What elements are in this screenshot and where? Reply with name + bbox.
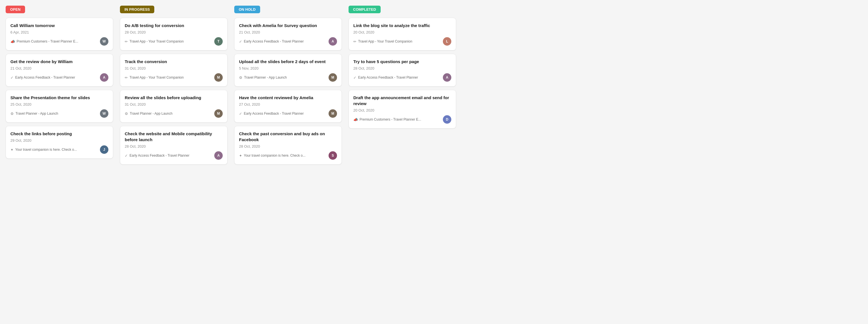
avatar: S [329, 151, 337, 160]
task-card[interactable]: Share the Presentation theme for slides2… [6, 90, 113, 123]
project-icon: ✓ [125, 153, 128, 158]
project-name: Early Access Feedback - Travel Planner [244, 39, 304, 43]
task-card[interactable]: Do A/B testing for conversion28 Oct, 202… [120, 18, 227, 51]
card-title: Draft the app announcement email and sen… [353, 95, 451, 107]
card-project: 📣Premium Customers - Travel Planner E... [353, 117, 443, 122]
card-project: 📣Premium Customers - Travel Planner E... [10, 39, 100, 44]
project-name: Early Access Feedback - Travel Planner [244, 112, 304, 116]
card-footer: ✦Your travel companion is here. Check o.… [10, 145, 108, 154]
card-footer: 📣Premium Customers - Travel Planner E...… [353, 115, 451, 124]
task-card[interactable]: Draft the app announcement email and sen… [348, 90, 456, 128]
card-title: Call William tomorrow [10, 23, 108, 28]
project-icon: ✏ [125, 76, 128, 80]
card-title: Check the past conversion and buy ads on… [239, 131, 337, 143]
card-project: ✓Early Access Feedback - Travel Planner [10, 76, 100, 80]
avatar: L [443, 37, 451, 46]
project-icon: ⚙ [10, 112, 14, 116]
column-header-in-progress: IN PROGRESS [120, 6, 154, 13]
project-icon: ⚙ [125, 112, 128, 116]
avatar: M [214, 73, 223, 82]
task-card[interactable]: Check the past conversion and buy ads on… [234, 126, 342, 165]
card-footer: ✓Early Access Feedback - Travel PlannerA [239, 37, 337, 46]
project-icon: 📣 [353, 117, 358, 122]
card-title: Share the Presentation theme for slides [10, 95, 108, 100]
card-footer: ✏Travel App - Your Travel CompanionT [125, 37, 223, 46]
card-project: ⚙Travel Planner - App Launch [125, 112, 214, 116]
card-footer: ✓Early Access Feedback - Travel PlannerA [353, 73, 451, 82]
project-name: Early Access Feedback - Travel Planner [358, 76, 418, 80]
card-project: ✓Early Access Feedback - Travel Planner [125, 153, 214, 158]
project-icon: ✦ [239, 153, 242, 158]
card-footer: ✏Travel App - Your Travel CompanionL [353, 37, 451, 46]
card-footer: ✦Your travel companion is here. Check o.… [239, 151, 337, 160]
column-header-completed: COMPLETED [348, 6, 381, 13]
project-icon: ✓ [239, 39, 242, 44]
card-date: 27 Oct, 2020 [239, 102, 337, 107]
project-icon: 📣 [10, 39, 15, 44]
card-date: 29 Oct, 2020 [10, 138, 108, 143]
card-title: Get the review done by William [10, 59, 108, 64]
project-icon: ✓ [239, 112, 242, 116]
task-card[interactable]: Review all the slides before uploading31… [120, 90, 227, 123]
project-name: Premium Customers - Travel Planner E... [360, 117, 421, 121]
card-title: Check with Amelia for Survey question [239, 23, 337, 28]
task-card[interactable]: Try to have 5 questions per page28 Oct, … [348, 54, 456, 87]
card-project: ✏Travel App - Your Travel Companion [125, 76, 214, 80]
project-name: Early Access Feedback - Travel Planner [15, 76, 75, 80]
card-footer: ⚙Travel Planner - App LaunchM [125, 109, 223, 118]
project-icon: ✓ [353, 76, 356, 80]
task-card[interactable]: Upload all the slides before 2 days of e… [234, 54, 342, 87]
avatar: W [100, 37, 108, 46]
project-name: Travel Planner - App Launch [130, 112, 173, 116]
card-project: ✓Early Access Feedback - Travel Planner [353, 76, 443, 80]
task-card[interactable]: Have the content reviewed by Amelia27 Oc… [234, 90, 342, 123]
column-on-hold: ON HOLDCheck with Amelia for Survey ques… [234, 6, 342, 168]
avatar: A [214, 151, 223, 160]
card-title: Link the blog site to analyze the traffi… [353, 23, 451, 28]
card-date: 6 Apr, 2021 [10, 30, 108, 34]
project-icon: ✓ [10, 76, 13, 80]
card-date: 5 Nov, 2020 [239, 66, 337, 70]
task-card[interactable]: Check the links before posting29 Oct, 20… [6, 126, 113, 158]
card-footer: ⚙Travel Planner - App LaunchM [239, 73, 337, 82]
card-project: ✏Travel App - Your Travel Companion [125, 39, 214, 44]
card-footer: ⚙Travel Planner - App LaunchW [10, 109, 108, 118]
card-title: Review all the slides before uploading [125, 95, 223, 100]
card-date: 20 Oct, 2020 [353, 108, 451, 112]
project-name: Travel Planner - App Launch [16, 112, 58, 116]
task-card[interactable]: Call William tomorrow6 Apr, 2021📣Premium… [6, 18, 113, 51]
project-icon: ✏ [353, 39, 356, 44]
card-date: 21 Oct, 2020 [10, 66, 108, 70]
avatar: M [329, 73, 337, 82]
column-in-progress: IN PROGRESSDo A/B testing for conversion… [120, 6, 227, 168]
card-project: ⚙Travel Planner - App Launch [239, 76, 329, 80]
project-name: Your travel companion is here. Check o..… [244, 153, 306, 157]
project-name: Travel App - Your Travel Companion [358, 39, 412, 43]
card-title: Upload all the slides before 2 days of e… [239, 59, 337, 64]
column-header-open: OPEN [6, 6, 25, 13]
project-icon: ✏ [125, 39, 128, 44]
card-date: 28 Oct, 2020 [353, 66, 451, 70]
card-project: ✦Your travel companion is here. Check o.… [10, 148, 100, 152]
project-name: Travel App - Your Travel Companion [129, 39, 184, 43]
card-date: 28 Oct, 2020 [239, 144, 337, 148]
card-title: Have the content reviewed by Amelia [239, 95, 337, 100]
task-card[interactable]: Link the blog site to analyze the traffi… [348, 18, 456, 51]
card-footer: ✓Early Access Feedback - Travel PlannerA [10, 73, 108, 82]
avatar: T [214, 37, 223, 46]
task-card[interactable]: Get the review done by William21 Oct, 20… [6, 54, 113, 87]
project-name: Your travel companion is here. Check o..… [15, 148, 77, 152]
card-project: ⚙Travel Planner - App Launch [10, 112, 100, 116]
project-name: Travel App - Your Travel Companion [129, 76, 184, 80]
column-header-on-hold: ON HOLD [234, 6, 260, 13]
card-footer: ✏Travel App - Your Travel CompanionM [125, 73, 223, 82]
avatar: W [100, 109, 108, 118]
task-card[interactable]: Check with Amelia for Survey question21 … [234, 18, 342, 51]
card-title: Try to have 5 questions per page [353, 59, 451, 64]
task-card[interactable]: Check the website and Mobile compatibili… [120, 126, 227, 165]
card-date: 28 Oct, 2020 [125, 30, 223, 34]
project-name: Premium Customers - Travel Planner E... [17, 39, 78, 43]
project-icon: ✦ [10, 148, 13, 152]
task-card[interactable]: Track the conversion31 Oct, 2020✏Travel … [120, 54, 227, 87]
card-date: 21 Oct, 2020 [239, 30, 337, 34]
